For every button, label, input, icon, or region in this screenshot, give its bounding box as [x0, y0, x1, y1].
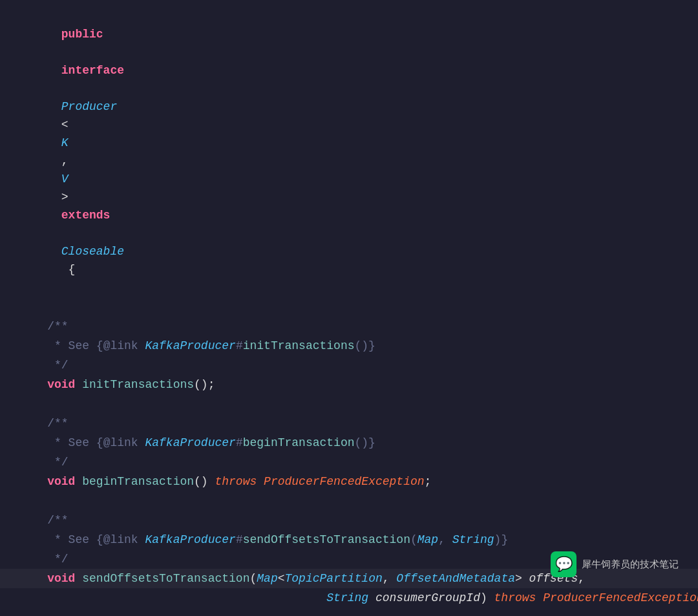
watermark: 💬 犀牛饲养员的技术笔记: [551, 551, 679, 577]
class-name: Closeable: [61, 245, 124, 258]
keyword: extends: [61, 209, 111, 222]
code-line: /**: [0, 414, 698, 433]
keyword: public: [61, 28, 103, 41]
type-param: K: [61, 136, 69, 149]
class-name: Producer: [61, 100, 117, 113]
watermark-text: 犀牛饲养员的技术笔记: [582, 558, 679, 571]
code-editor: public interface Producer < K , V > exte…: [0, 0, 698, 616]
code-line: void beginTransaction () throws Producer…: [0, 472, 698, 491]
code-line: public interface Producer < K , V > exte…: [0, 6, 698, 297]
code-line: /**: [0, 317, 698, 336]
watermark-icon: 💬: [551, 551, 576, 577]
code-line: String consumerGroupId ) throws Producer…: [0, 588, 698, 608]
keyword: interface: [61, 64, 124, 77]
code-line: * See {@link KafkaProducer#initTransacti…: [0, 336, 698, 356]
code-line: /**: [0, 511, 698, 530]
blank-line: [0, 608, 698, 616]
code-line: */: [0, 452, 698, 472]
code-line: * See {@link KafkaProducer#beginTransact…: [0, 433, 698, 452]
blank-line: [0, 394, 698, 414]
code-line: * See {@link KafkaProducer#sendOffsetsTo…: [0, 530, 698, 549]
type-param: V: [61, 173, 69, 186]
code-line: */: [0, 356, 698, 375]
blank-line: [0, 491, 698, 511]
code-line: void initTransactions ();: [0, 375, 698, 394]
blank-line: [0, 297, 698, 317]
